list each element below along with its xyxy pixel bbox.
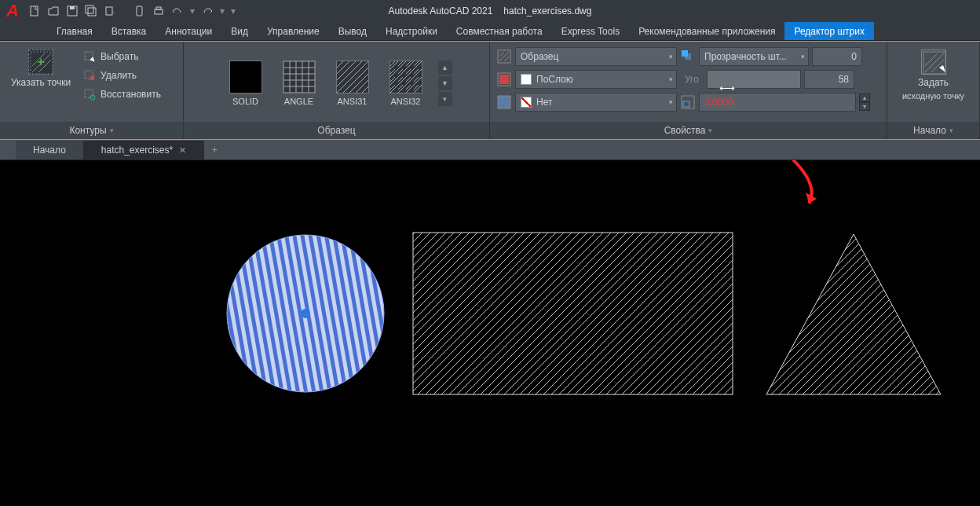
angle-input[interactable]: 58 (804, 70, 854, 89)
svg-rect-40 (413, 233, 733, 394)
panel-properties-label[interactable]: Свойства▾ (490, 122, 887, 139)
panel-origin-label[interactable]: Начало▾ (887, 122, 979, 139)
hatch-type-dropdown[interactable]: Образец▾ (515, 47, 677, 66)
pattern-scroll-up[interactable]: ▲ (438, 60, 452, 75)
scale-spin-up[interactable]: ▲ (859, 94, 870, 102)
qat-open-icon[interactable] (46, 3, 61, 19)
pick-points-label: Указать точки (11, 78, 71, 88)
tab-start[interactable]: Начало (16, 141, 84, 160)
qat-customize-dropdown[interactable]: ▾ (229, 3, 237, 19)
transparency-value: 0 (851, 51, 857, 62)
swatch-angle[interactable]: ANGLE (275, 59, 324, 108)
tab-collaborate[interactable]: Совместная работа (447, 22, 552, 40)
hatch-color-dropdown[interactable]: ПоСлою▾ (515, 70, 677, 89)
qat-saveall-icon[interactable] (83, 3, 99, 19)
set-origin-label1: Задать (918, 78, 949, 88)
tab-home[interactable]: Главная (47, 22, 102, 40)
pattern-scroll-down[interactable]: ▼ (438, 76, 452, 90)
ribbon: + Указать точки Выбрать Удалить Восстано… (0, 41, 980, 140)
delete-boundary-button[interactable]: Удалить (80, 67, 164, 84)
color-swatch (521, 74, 532, 85)
transparency-dropdown[interactable]: Прозрачность шт...▾ (699, 47, 809, 66)
svg-rect-2 (70, 6, 75, 9)
tab-view[interactable]: Вид (221, 22, 258, 40)
tab-express[interactable]: Express Tools (552, 22, 629, 40)
qat-new-icon[interactable] (27, 3, 42, 19)
panel-boundaries-label[interactable]: Контуры▾ (0, 122, 183, 139)
svg-rect-18 (283, 61, 315, 93)
qat-print-icon[interactable] (151, 3, 166, 19)
ribbon-tabs: Главная Вставка Аннотации Вид Управление… (0, 22, 980, 41)
tab-close-icon[interactable]: ✕ (179, 145, 186, 156)
hatch-bg-icon (496, 94, 512, 110)
pick-points-button[interactable]: + Указать точки (6, 46, 75, 91)
tab-addins[interactable]: Надстройки (376, 22, 447, 40)
swatch-angle-preview (283, 60, 316, 94)
select-icon (83, 50, 96, 63)
angle-slider[interactable] (707, 70, 801, 89)
swatch-ansi32-preview (389, 60, 422, 94)
tab-add-button[interactable]: + (204, 141, 225, 160)
swatch-ansi32[interactable]: ANSI32 (382, 59, 430, 108)
drawing-canvas[interactable] (0, 160, 980, 506)
tab-hatch-editor[interactable]: Редактор штрих (784, 22, 874, 40)
swatch-ansi31[interactable]: ANSI31 (328, 59, 377, 108)
qat-undo-icon[interactable] (170, 3, 185, 19)
hatch-color-icon (496, 72, 512, 87)
tab-featured-apps[interactable]: Рекомендованные приложения (629, 22, 784, 40)
delete-icon (83, 69, 96, 82)
svg-rect-7 (155, 9, 163, 14)
qat-redo-dropdown[interactable]: ▾ (218, 3, 226, 19)
svg-rect-8 (156, 7, 161, 9)
tab-insert[interactable]: Вставка (102, 22, 156, 40)
svg-rect-6 (137, 6, 142, 16)
hatch-bg-dropdown[interactable]: Нет▾ (515, 93, 677, 112)
svg-rect-26 (498, 96, 510, 108)
qat-undo-dropdown[interactable]: ▾ (188, 3, 196, 19)
swatch-solid-label: SOLID (232, 97, 258, 106)
set-origin-button[interactable]: Задать исходную точку (898, 46, 969, 104)
panel-boundaries: + Указать точки Выбрать Удалить Восстано… (0, 42, 184, 139)
swatch-ansi31-label: ANSI31 (338, 97, 368, 106)
file-title: hatch_exercises.dwg (503, 6, 591, 16)
qat-redo-icon[interactable] (199, 3, 215, 19)
hatch-color-value: ПоСлою (536, 74, 573, 85)
svg-point-39 (301, 309, 310, 318)
restore-boundary-button[interactable]: Восстановить (80, 86, 164, 103)
hatch-type-value: Образец (521, 51, 558, 62)
set-origin-icon (921, 50, 946, 75)
app-title: Autodesk AutoCAD 2021 (389, 6, 493, 16)
bg-swatch (521, 97, 532, 108)
panel-pattern-label[interactable]: Образец (184, 122, 489, 139)
qat-cloud-icon[interactable] (102, 3, 118, 19)
transparency-input[interactable]: 0 (812, 47, 862, 66)
swatch-solid[interactable]: SOLID (221, 59, 270, 108)
select-label: Выбрать (101, 51, 138, 62)
angle-value: 58 (839, 74, 849, 85)
svg-rect-3 (86, 6, 93, 13)
scale-input[interactable]: 3.0000 (699, 93, 856, 112)
svg-rect-5 (106, 7, 112, 15)
svg-rect-15 (85, 90, 93, 97)
restore-label: Восстановить (101, 89, 161, 100)
tab-manage[interactable]: Управление (258, 22, 329, 40)
swatch-angle-label: ANGLE (284, 97, 313, 106)
qat-mobile-icon[interactable] (132, 3, 148, 19)
angle-label: Уго (680, 74, 704, 85)
scale-value: 3.0000 (704, 97, 733, 108)
svg-rect-31 (683, 101, 689, 107)
set-origin-label2: исходную точку (902, 91, 964, 101)
app-logo: A (6, 1, 19, 21)
tab-annotate[interactable]: Аннотации (155, 22, 221, 40)
pattern-scroll-expand[interactable]: ▾ (438, 92, 452, 106)
swatch-solid-preview (229, 60, 262, 94)
tab-output[interactable]: Вывод (329, 22, 376, 40)
qat-save-icon[interactable] (64, 3, 80, 19)
scale-spin-down[interactable]: ▼ (859, 102, 870, 111)
tab-file[interactable]: hatch_exercises* ✕ (84, 141, 204, 160)
svg-rect-0 (31, 6, 38, 16)
pick-points-icon: + (28, 50, 53, 75)
hatch-bg-value: Нет (536, 97, 552, 108)
select-boundary-button[interactable]: Выбрать (80, 48, 164, 65)
transparency-label: Прозрачность шт... (704, 51, 787, 62)
